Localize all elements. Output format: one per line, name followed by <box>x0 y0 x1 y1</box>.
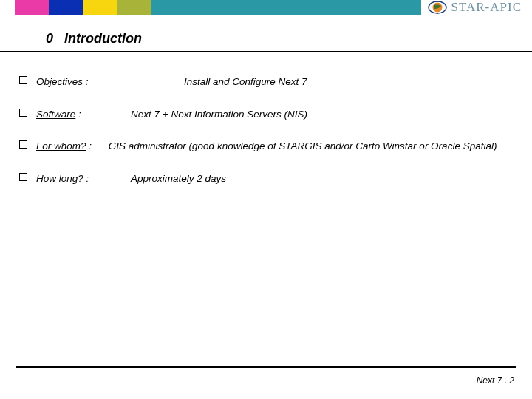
globe-eye-icon <box>428 0 447 16</box>
page-title: 0_ Introduction <box>46 31 532 47</box>
item-colon: : <box>83 173 89 184</box>
footer-page-ref: Next 7 . 2 <box>477 375 514 386</box>
item-value: GIS administrator (good knowledge of STA… <box>109 140 497 151</box>
item-label: Objectives <box>36 76 83 87</box>
list-item: For whom? : GIS administrator (good know… <box>19 139 513 154</box>
item-value: Install and Configure Next 7 <box>184 75 307 89</box>
square-bullet-icon <box>19 173 27 181</box>
item-label: For whom? <box>36 140 86 151</box>
stripe-teal <box>151 0 421 15</box>
item-colon: : <box>83 76 89 87</box>
list-item: How long? : Approximately 2 days <box>19 171 513 186</box>
list-item: Software : Next 7 + Next Information Ser… <box>19 107 513 122</box>
stripe-olive <box>117 0 151 15</box>
item-colon: : <box>86 140 92 151</box>
square-bullet-icon <box>19 140 27 149</box>
item-label: How long? <box>36 173 83 184</box>
stripe-white <box>0 0 15 15</box>
stripe-yellow <box>83 0 117 15</box>
item-value: Next 7 + Next Information Servers (NIS) <box>131 107 307 122</box>
stripe-blue <box>49 0 83 15</box>
square-bullet-icon <box>19 109 27 117</box>
stripe-pink <box>15 0 49 15</box>
bottom-rule <box>16 366 516 368</box>
header-stripe-bar: STAR-APIC <box>0 0 532 15</box>
square-bullet-icon <box>19 76 27 84</box>
content: Objectives : Install and Configure Next … <box>0 52 532 185</box>
item-label: Software <box>36 109 75 120</box>
item-colon: : <box>75 109 81 120</box>
brand: STAR-APIC <box>428 0 522 16</box>
list-item: Objectives : Install and Configure Next … <box>19 75 513 89</box>
item-value: Approximately 2 days <box>131 171 226 186</box>
brand-text: STAR-APIC <box>451 0 522 15</box>
